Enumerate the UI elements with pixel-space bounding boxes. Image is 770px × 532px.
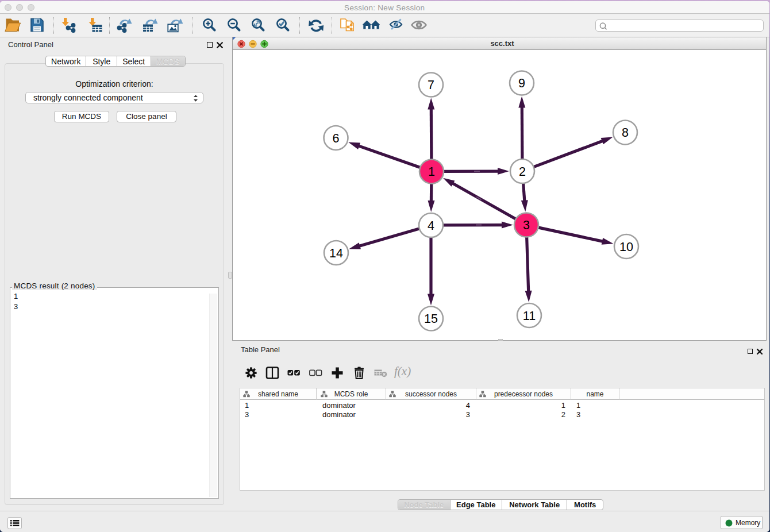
svg-text:14: 14 [329,246,343,260]
svg-text:9: 9 [518,76,525,90]
svg-text:1: 1 [428,165,435,179]
svg-text:3: 3 [523,218,530,232]
svg-text:4: 4 [428,219,434,233]
svg-text:11: 11 [523,309,536,323]
svg-text:7: 7 [428,78,434,92]
svg-text:2: 2 [519,165,526,179]
svg-text:6: 6 [333,132,340,145]
svg-text:8: 8 [622,126,629,140]
svg-text:15: 15 [424,312,438,326]
svg-text:10: 10 [619,240,633,254]
